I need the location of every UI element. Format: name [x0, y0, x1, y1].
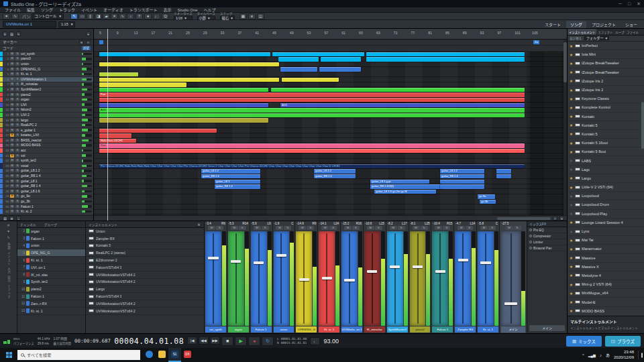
mute-button[interactable]: M — [10, 57, 14, 60]
mute-button[interactable]: M — [321, 226, 329, 230]
mute-button[interactable]: M — [480, 226, 488, 230]
track-header[interactable]: 8 M S SynthMaster2 — [0, 87, 93, 93]
browser-scrollbar[interactable] — [641, 102, 644, 149]
stop-button[interactable]: ■ — [221, 337, 233, 346]
metronome-icon[interactable]: ♩ — [153, 13, 160, 19]
console-channel-row[interactable]: 13 Kt. st. 1 — [17, 308, 85, 315]
loop-start-value[interactable]: 00001.01.01.00 — [281, 337, 307, 341]
clip[interactable] — [99, 103, 268, 107]
clip[interactable] — [366, 52, 525, 56]
browser-instrument-item[interactable]: ★ Loopcloud Play — [568, 210, 644, 219]
browser-instrument-item[interactable]: ★ LABS — [568, 156, 644, 165]
record-mode-icon[interactable]: ● — [144, 13, 152, 19]
clip[interactable]: gu.3b — [480, 200, 496, 204]
solo-button[interactable]: S — [488, 226, 496, 230]
console-channel-row[interactable]: 9 Synth..ter2 — [17, 279, 85, 286]
horizontal-scrollbar[interactable] — [497, 217, 551, 220]
browser-instrument-item[interactable]: ★ Massive X — [568, 263, 644, 272]
mute-button[interactable]: M — [10, 154, 14, 158]
track-value-dropdown[interactable]: 1.15▾ — [58, 21, 75, 27]
favorite-star-icon[interactable]: ★ — [569, 105, 574, 110]
instrument-rack-item[interactable]: UVIWorkstationVSTx64 2 — [86, 272, 204, 279]
solo-button[interactable]: S — [15, 88, 19, 91]
channel-name[interactable]: piano2 — [410, 326, 431, 333]
channel-name[interactable]: IK_miroslav — [364, 326, 385, 333]
mute-button[interactable]: M — [10, 108, 14, 111]
page-button-1[interactable]: ソング — [566, 21, 586, 28]
clip[interactable] — [496, 174, 511, 178]
solo-button[interactable]: S — [15, 68, 19, 71]
zoom-in-icon[interactable]: + — [559, 216, 564, 221]
fader[interactable] — [274, 231, 290, 326]
add-track-button[interactable]: + — [86, 32, 91, 36]
quantize-dropdown[interactable]: 1/16▾ — [174, 15, 192, 20]
layers-icon[interactable]: ◫ — [257, 13, 264, 19]
track-header[interactable]: 5 M S Kt. st. 1 — [0, 72, 93, 77]
browser-tab[interactable]: ループ — [614, 29, 625, 35]
console-nav-item[interactable]: 外部 — [7, 243, 11, 250]
record-button[interactable]: ● — [248, 337, 260, 346]
power-icon[interactable] — [529, 241, 532, 243]
solo-button[interactable]: S — [15, 205, 19, 208]
clip[interactable]: AG1 — [280, 103, 525, 107]
mute-tool-icon[interactable]: ✕ — [111, 13, 118, 19]
favorite-star-icon[interactable]: ★ — [569, 149, 574, 154]
solo-button[interactable]: S — [15, 98, 19, 101]
solo-button[interactable]: S — [443, 226, 450, 230]
link-icon[interactable]: ∿ — [11, 13, 19, 19]
favorite-star-icon[interactable]: ★ — [569, 308, 574, 313]
mute-button[interactable]: M — [10, 119, 14, 122]
secondary-time-display[interactable]: 00:00:09.687 — [74, 338, 111, 344]
mixfx-slot[interactable]: Binaural Pan — [527, 245, 567, 251]
browser-instrument-item[interactable]: ★ Keyzone Classic — [568, 95, 644, 103]
solo-button[interactable]: S — [375, 226, 382, 230]
return-to-start-button[interactable]: |◀ — [187, 337, 197, 345]
solo-button[interactable]: S — [15, 169, 19, 172]
mixfx-slot[interactable]: Compressor — [527, 233, 567, 239]
channel-strip[interactable]: -5.3R14 MS organ — [227, 221, 250, 333]
browser-instrument-item[interactable]: ★ Largo — [568, 174, 644, 183]
mute-button[interactable]: M — [390, 226, 397, 230]
solo-button[interactable]: S — [398, 226, 405, 230]
favorite-star-icon[interactable]: ★ — [569, 141, 574, 145]
clip[interactable] — [99, 129, 217, 133]
track-header[interactable]: 32 M S Kt. st. 2 — [0, 209, 93, 215]
solo-button[interactable]: S — [15, 129, 19, 132]
favorite-star-icon[interactable]: ★ — [569, 194, 574, 198]
channel-strip[interactable]: -4.7L14 MS Zampler RX — [454, 221, 477, 333]
wrench-icon[interactable]: ✦ — [3, 13, 10, 19]
browser-tab[interactable]: インストゥルメント — [568, 29, 596, 35]
track-header[interactable]: 22 M S synth_ter2 — [0, 158, 93, 164]
fader[interactable] — [432, 231, 448, 326]
track-options-icon[interactable]: ⌄ — [16, 216, 21, 221]
browser-instrument-item[interactable]: ★ Lago — [568, 166, 644, 174]
arrangement-view[interactable]: 5913172125293337414549535761656973778185… — [94, 29, 567, 221]
power-icon[interactable] — [529, 235, 532, 237]
mute-button[interactable]: M — [435, 226, 442, 230]
browser-instrument-item[interactable]: ★ Marazmator — [568, 245, 644, 253]
mute-button[interactable]: M — [299, 226, 306, 230]
track-header[interactable]: 13 M S LIVI 2 — [0, 113, 93, 118]
console-channel-row[interactable]: 7 UVI..on 1 — [17, 264, 85, 272]
mute-button[interactable]: M — [254, 226, 261, 230]
instrument-rack-item[interactable]: UVIWorkstationVSTx64 2 — [86, 279, 204, 286]
mute-button[interactable]: M — [344, 226, 352, 230]
clip[interactable] — [321, 57, 361, 61]
mute-button[interactable]: M — [458, 226, 465, 230]
mute-button[interactable]: M — [10, 93, 14, 97]
listen-tool-icon[interactable]: ♪ — [127, 13, 134, 19]
console-channel-row[interactable]: 11 Falcon 1 — [17, 293, 85, 300]
mute-button[interactable]: M — [10, 210, 14, 213]
browser-instrument-item[interactable]: ★ Melodyne 4 — [568, 272, 644, 280]
console-channel-row[interactable]: 5 OPE_NG_G — [17, 249, 85, 257]
solo-button[interactable]: S — [284, 226, 291, 230]
clip[interactable]: Part — [99, 143, 525, 147]
clip[interactable] — [496, 169, 511, 173]
fader[interactable] — [251, 231, 267, 326]
solo-button[interactable]: S — [15, 57, 19, 60]
mute-button[interactable]: M — [10, 174, 14, 178]
instrument-rack-item[interactable]: FalconVSTx64 3 — [86, 264, 204, 272]
favorite-star-icon[interactable]: ★ — [569, 44, 574, 48]
sort-dropdown[interactable]: フォルダー▾ — [584, 36, 610, 40]
track-header[interactable]: 7 M S IK_miroslav — [0, 82, 93, 88]
